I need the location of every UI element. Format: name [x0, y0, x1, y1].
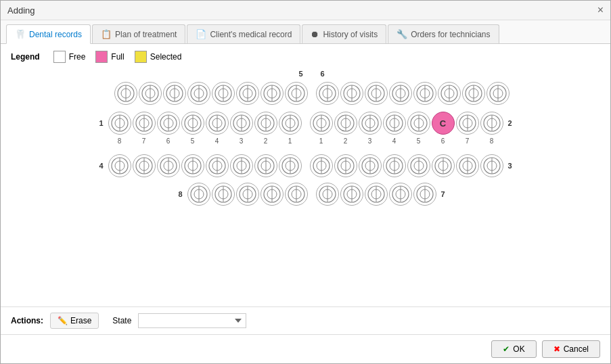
tooth[interactable] — [316, 82, 339, 105]
tooth[interactable] — [133, 154, 156, 177]
tooth[interactable] — [285, 183, 308, 206]
tab-orders[interactable]: 🔧 Orders for technicians — [388, 24, 499, 43]
tooth[interactable] — [310, 112, 333, 135]
tooth[interactable] — [413, 82, 436, 105]
erase-button[interactable]: ✏️ Erase — [50, 313, 99, 329]
tooth[interactable] — [285, 82, 308, 105]
tooth[interactable] — [316, 183, 339, 206]
quad-3-label: 3 — [505, 162, 516, 170]
tooth[interactable] — [230, 154, 253, 177]
tooth[interactable] — [486, 82, 510, 105]
erase-icon: ✏️ — [58, 316, 68, 325]
tooth[interactable] — [407, 112, 430, 135]
tooth[interactable] — [163, 82, 186, 105]
legend-selected: Selected — [135, 51, 182, 63]
tooth[interactable] — [279, 154, 302, 177]
state-select[interactable] — [138, 313, 246, 328]
title-bar: Adding × — [1, 1, 610, 20]
teeth-area: 5 6 — [11, 70, 600, 206]
tooth[interactable] — [254, 112, 277, 135]
tooth[interactable] — [114, 82, 137, 105]
main-content: Legend Free Full Selected 5 — [1, 44, 610, 306]
tooth[interactable] — [365, 82, 388, 105]
tooth[interactable] — [261, 82, 284, 105]
tooth[interactable] — [413, 183, 436, 206]
cancel-icon: ✖ — [553, 344, 560, 354]
tooth-number: 6 — [432, 137, 455, 145]
tooth[interactable] — [157, 112, 180, 135]
tooth[interactable] — [462, 82, 485, 105]
tooth[interactable] — [236, 82, 259, 105]
quad-7-label: 7 — [438, 190, 449, 198]
tab-history[interactable]: ⏺ History of visits — [302, 24, 386, 43]
tooth[interactable] — [480, 154, 503, 177]
legend-full: Full — [95, 51, 124, 63]
dental-icon: 🦷 — [15, 29, 26, 39]
tooth[interactable] — [365, 183, 388, 206]
tooth[interactable] — [383, 112, 406, 135]
tab-medical[interactable]: 📄 Client's medical record — [187, 24, 300, 43]
tooth[interactable] — [359, 154, 382, 177]
tooth[interactable] — [230, 112, 253, 135]
tooth[interactable] — [181, 154, 204, 177]
legend: Legend Free Full Selected — [11, 51, 600, 63]
tooth[interactable]: C — [432, 112, 455, 135]
quad-8-label: 8 — [175, 190, 186, 198]
tooth[interactable] — [432, 154, 455, 177]
dialog-title: Adding — [7, 5, 35, 16]
tooth[interactable] — [334, 112, 357, 135]
ok-icon: ✔ — [503, 344, 510, 354]
tooth[interactable] — [261, 183, 284, 206]
tooth-number: 6 — [157, 137, 180, 145]
tooth[interactable] — [206, 112, 229, 135]
tooth[interactable] — [139, 82, 162, 105]
tooth[interactable] — [254, 154, 277, 177]
tooth[interactable] — [340, 183, 363, 206]
tooth-number: 8 — [480, 137, 503, 145]
tooth[interactable] — [310, 154, 333, 177]
tooth[interactable] — [108, 154, 131, 177]
plan-icon: 📋 — [101, 29, 112, 39]
tooth-number: 7 — [456, 137, 479, 145]
upper-teeth-row — [90, 82, 522, 105]
orders-icon: 🔧 — [397, 29, 407, 39]
tooth[interactable] — [212, 82, 235, 105]
tooth[interactable] — [157, 154, 180, 177]
tooth-number: 5 — [407, 137, 430, 145]
tooth[interactable] — [181, 112, 204, 135]
close-button[interactable]: × — [597, 5, 604, 16]
tooth[interactable] — [389, 183, 412, 206]
tooth[interactable] — [480, 112, 503, 135]
tooth[interactable] — [334, 154, 357, 177]
tooth-number: 7 — [133, 137, 156, 145]
tooth[interactable] — [187, 82, 210, 105]
tooth[interactable] — [187, 183, 210, 206]
tooth[interactable] — [236, 183, 259, 206]
tooth[interactable] — [108, 112, 131, 135]
history-icon: ⏺ — [311, 29, 319, 39]
tooth[interactable] — [389, 82, 412, 105]
tooth[interactable] — [279, 112, 302, 135]
tooth[interactable] — [133, 112, 156, 135]
legend-free: Free — [53, 51, 86, 63]
tooth-number: 4 — [206, 137, 229, 145]
tooth[interactable] — [206, 154, 229, 177]
legend-free-box — [53, 51, 66, 63]
tooth[interactable] — [456, 154, 479, 177]
tooth-label: C — [440, 118, 446, 129]
tab-dental[interactable]: 🦷 Dental records — [6, 24, 91, 44]
legend-selected-box — [135, 51, 147, 63]
tooth[interactable] — [383, 154, 406, 177]
medical-icon: 📄 — [196, 29, 206, 39]
dialog-footer: ✔ OK ✖ Cancel — [1, 334, 610, 363]
tab-plan[interactable]: 📋 Plan of treatment — [92, 24, 185, 43]
tooth[interactable] — [212, 183, 235, 206]
tooth[interactable] — [359, 112, 382, 135]
tooth[interactable] — [456, 112, 479, 135]
tooth[interactable] — [438, 82, 461, 105]
cancel-button[interactable]: ✖ Cancel — [542, 340, 600, 358]
tooth-number: 2 — [254, 137, 277, 145]
ok-button[interactable]: ✔ OK — [491, 340, 536, 358]
tooth[interactable] — [407, 154, 430, 177]
tooth[interactable] — [340, 82, 363, 105]
